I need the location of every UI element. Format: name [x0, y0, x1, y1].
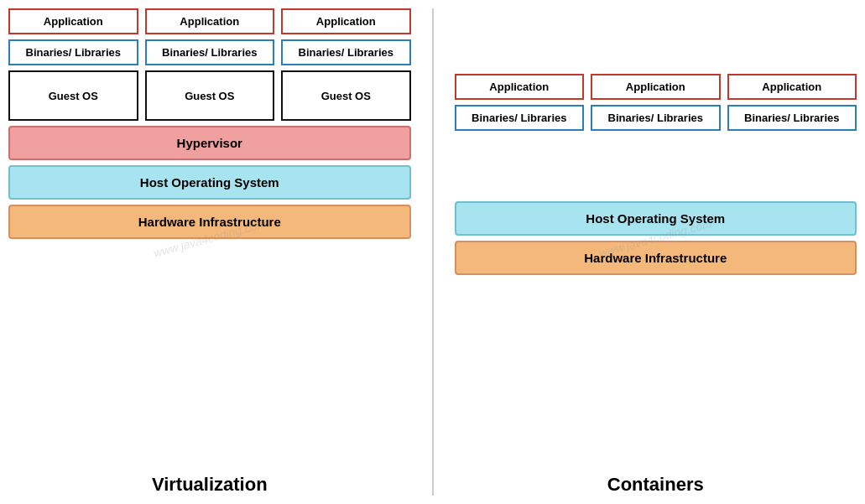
virtualization-diagram: www.java4coding.com Application Applicat… — [8, 8, 411, 496]
cont-bin-row: Binaries/ Libraries Binaries/ Libraries … — [455, 105, 857, 131]
containers-content: www.java4coding.com Application Applicat… — [455, 8, 857, 467]
virt-bin-3: Binaries/ Libraries — [281, 39, 411, 65]
virt-hypervisor-bar: Hypervisor — [8, 126, 411, 160]
virt-app-2: Application — [145, 8, 275, 34]
virt-app-row: Application Application Application — [8, 8, 411, 34]
diagram-divider — [432, 8, 434, 496]
cont-bin-3: Binaries/ Libraries — [727, 105, 857, 131]
cont-title: Containers — [607, 474, 704, 496]
main-container: www.java4coding.com Application Applicat… — [0, 0, 865, 504]
virtualization-content: www.java4coding.com Application Applicat… — [8, 8, 411, 467]
virt-bin-2: Binaries/ Libraries — [145, 39, 275, 65]
cont-app-3: Application — [727, 74, 857, 100]
containers-diagram: www.java4coding.com Application Applicat… — [455, 8, 857, 496]
virt-app-1: Application — [8, 8, 138, 34]
cont-bin-1: Binaries/ Libraries — [455, 105, 585, 131]
virt-guestos-row: Guest OS Guest OS Guest OS — [8, 70, 411, 121]
virt-guestos-1: Guest OS — [8, 70, 138, 121]
cont-hostos-bar: Host Operating System — [455, 201, 857, 236]
cont-hardware-bar: Hardware Infrastructure — [455, 241, 857, 275]
virt-bin-row: Binaries/ Libraries Binaries/ Libraries … — [8, 39, 411, 65]
virt-bin-1: Binaries/ Libraries — [8, 39, 138, 65]
virt-app-3: Application — [281, 8, 411, 34]
cont-app-row: Application Application Application — [455, 74, 857, 100]
containers-spacer — [455, 8, 857, 69]
virt-hardware-bar: Hardware Infrastructure — [8, 205, 411, 239]
virt-hostos-bar: Host Operating System — [8, 165, 411, 200]
cont-app-1: Application — [455, 74, 585, 100]
virt-title: Virtualization — [152, 474, 268, 496]
containers-guestos-spacer — [455, 136, 857, 196]
virt-guestos-2: Guest OS — [145, 70, 275, 121]
virt-guestos-3: Guest OS — [281, 70, 411, 121]
cont-app-2: Application — [591, 74, 721, 100]
cont-bin-2: Binaries/ Libraries — [591, 105, 721, 131]
